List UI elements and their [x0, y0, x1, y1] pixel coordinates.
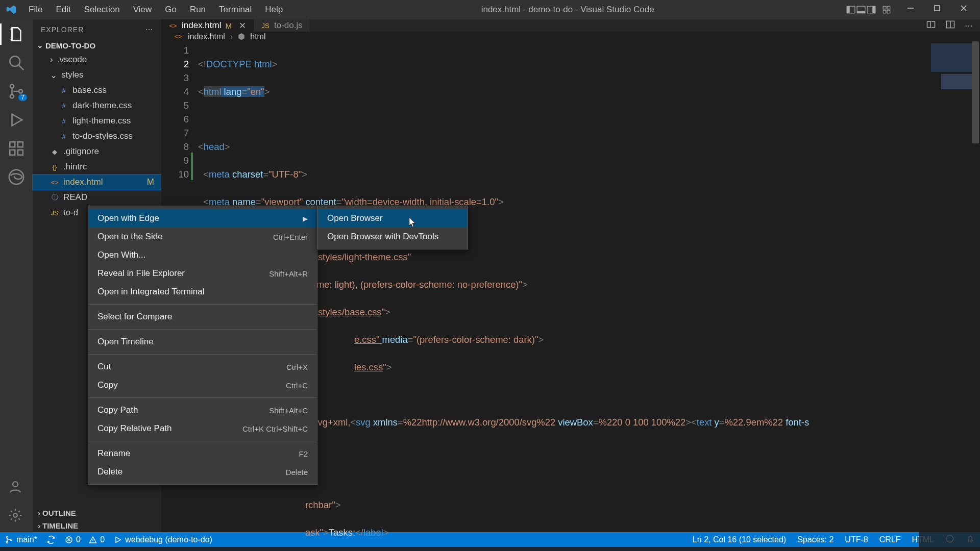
project-name: DEMO-TO-DO — [45, 41, 95, 50]
svg-rect-9 — [887, 10, 890, 13]
menu-help[interactable]: Help — [259, 2, 289, 18]
title-bar: File Edit Selection View Go Run Terminal… — [0, 0, 980, 19]
svg-rect-7 — [887, 6, 890, 9]
search-icon[interactable] — [8, 54, 25, 71]
minimize-button[interactable] — [900, 0, 924, 19]
menu-item[interactable]: CutCtrl+X — [88, 358, 317, 376]
breadcrumb[interactable]: <> index.html › ⬢ html — [161, 32, 980, 41]
extensions-icon[interactable] — [8, 140, 25, 157]
editor-tabs: <> index.html M ✕ JS to-do.js ⋯ — [161, 19, 980, 32]
menu-item[interactable]: Open to the SideCtrl+Enter — [88, 228, 317, 246]
modified-indicator: M — [147, 177, 154, 187]
svg-point-31 — [10, 539, 12, 540]
chevron-right-icon: › — [38, 521, 40, 530]
explorer-title: EXPLORER — [41, 26, 84, 34]
menu-item[interactable]: Open With... — [88, 246, 317, 264]
svg-line-15 — [18, 65, 23, 70]
menu-go[interactable]: Go — [159, 2, 183, 18]
close-button[interactable] — [953, 0, 977, 19]
menu-item[interactable]: Open Timeline — [88, 333, 317, 351]
run-debug-icon[interactable] — [8, 111, 25, 129]
js-icon: JS — [261, 21, 270, 30]
menu-terminal[interactable]: Terminal — [213, 2, 258, 18]
edge-tools-icon[interactable] — [8, 168, 25, 186]
problems-indicator[interactable]: 0 0 — [65, 535, 105, 544]
context-menu: Open with Edge▶Open to the SideCtrl+Ente… — [88, 206, 317, 485]
editor-scrollbar[interactable] — [971, 41, 980, 551]
menu-item[interactable]: CopyCtrl+C — [88, 376, 317, 394]
css-icon: # — [59, 132, 68, 141]
menu-item[interactable]: Open Browser — [318, 209, 468, 228]
css-icon: # — [59, 101, 68, 110]
svg-point-16 — [10, 85, 14, 88]
chevron-down-icon[interactable]: ⌄ — [37, 41, 43, 50]
folder-vscode[interactable]: ›.vscode — [33, 52, 161, 67]
css-icon: # — [59, 86, 68, 95]
menu-item[interactable]: RenameF2 — [88, 444, 317, 463]
tab-todo-js[interactable]: JS to-do.js — [254, 19, 310, 32]
menu-item[interactable]: Reveal in File ExplorerShift+Alt+R — [88, 264, 317, 283]
more-icon[interactable]: ⋯ — [965, 21, 973, 31]
menu-item[interactable]: Copy PathShift+Alt+C — [88, 401, 317, 419]
settings-gear-icon[interactable] — [8, 508, 25, 525]
chevron-right-icon: › — [38, 509, 40, 517]
scm-badge: 7 — [18, 94, 27, 101]
more-icon[interactable]: ⋯ — [145, 26, 153, 34]
menu-item[interactable]: Copy Relative PathCtrl+K Ctrl+Shift+C — [88, 419, 317, 438]
menu-file[interactable]: File — [22, 2, 48, 18]
file-readme[interactable]: ⓘREAD — [33, 190, 161, 205]
svg-rect-22 — [18, 142, 23, 147]
menu-item[interactable]: Select for Compare — [88, 308, 317, 326]
css-icon: # — [59, 116, 68, 126]
menu-item[interactable]: DeleteDelete — [88, 463, 317, 481]
svg-rect-3 — [857, 11, 865, 13]
branch-indicator[interactable]: main* — [5, 535, 37, 544]
file-light-theme-css[interactable]: #light-theme.css — [33, 113, 161, 129]
json-icon: {} — [50, 162, 59, 171]
outline-section[interactable]: ›OUTLINE — [33, 507, 161, 519]
file-dark-theme-css[interactable]: #dark-theme.css — [33, 98, 161, 113]
svg-point-24 — [13, 482, 18, 487]
layout-controls[interactable] — [846, 5, 891, 14]
file-base-css[interactable]: #base.css — [33, 83, 161, 98]
file-index-html[interactable]: <>index.htmlM — [33, 174, 161, 190]
file-todo-styles-css[interactable]: #to-do-styles.css — [33, 129, 161, 144]
svg-point-25 — [13, 513, 17, 517]
folder-styles[interactable]: ⌄styles — [33, 67, 161, 83]
close-icon[interactable]: ✕ — [239, 20, 246, 31]
symbol-icon: ⬢ — [238, 32, 245, 41]
timeline-section[interactable]: ›TIMELINE — [33, 519, 161, 532]
menu-selection[interactable]: Selection — [78, 2, 126, 18]
menu-item[interactable]: Open with Edge▶ — [88, 209, 317, 228]
svg-rect-5 — [872, 6, 875, 13]
html-icon: <> — [50, 178, 59, 187]
maximize-button[interactable] — [927, 0, 950, 19]
svg-point-30 — [6, 541, 8, 543]
window-title: index.html - demo-to-do - Visual Studio … — [289, 5, 846, 15]
activity-bar: 7 — [0, 19, 33, 532]
source-control-icon[interactable]: 7 — [8, 83, 25, 100]
menu-item[interactable]: Open in Integrated Terminal — [88, 283, 317, 301]
menu-run[interactable]: Run — [184, 2, 212, 18]
sync-indicator[interactable] — [46, 535, 56, 544]
svg-rect-21 — [18, 150, 23, 155]
chevron-down-icon: ⌄ — [50, 70, 57, 81]
file-gitignore[interactable]: ◆.gitignore — [33, 144, 161, 159]
explorer-icon[interactable] — [8, 26, 25, 43]
tab-index-html[interactable]: <> index.html M ✕ — [161, 19, 254, 32]
svg-rect-8 — [883, 10, 886, 13]
menu-view[interactable]: View — [127, 2, 158, 18]
menu-item[interactable]: Open Browser with DevTools — [318, 228, 468, 246]
accounts-icon[interactable] — [8, 479, 25, 496]
svg-rect-6 — [883, 6, 886, 9]
svg-point-18 — [19, 89, 22, 93]
compare-icon[interactable] — [926, 19, 936, 32]
gitignore-icon: ◆ — [50, 147, 59, 156]
html-icon: <> — [168, 21, 178, 30]
svg-point-14 — [10, 56, 20, 66]
split-icon[interactable] — [945, 19, 955, 32]
svg-rect-20 — [10, 150, 15, 155]
file-hintrc[interactable]: {}.hintrc — [33, 159, 161, 174]
menu-edit[interactable]: Edit — [50, 2, 77, 18]
html-icon: <> — [174, 32, 183, 41]
